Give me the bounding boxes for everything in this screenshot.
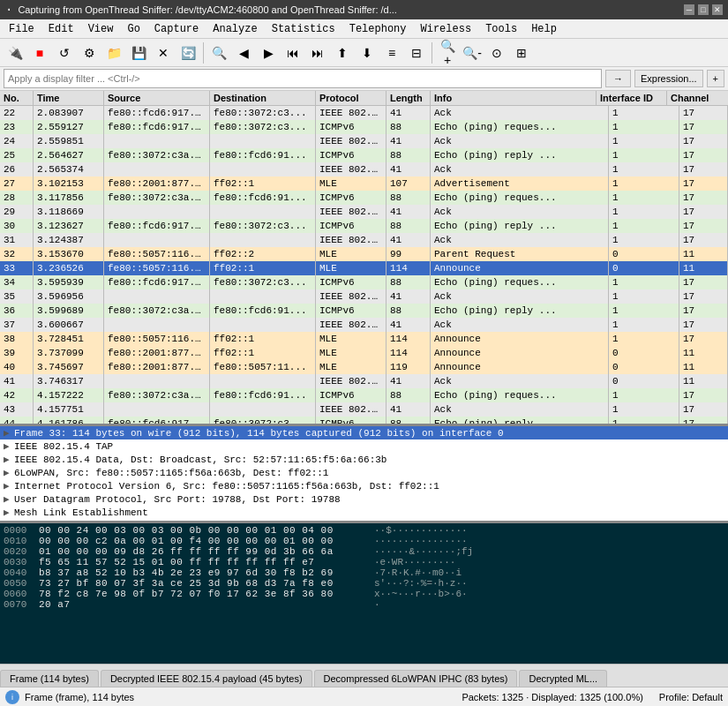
profile-info: Profile: Default — [659, 692, 723, 702]
table-row[interactable]: 353.596956IEEE 802.15.441Ack117 — [0, 289, 728, 304]
table-row[interactable]: 363.599689fe80::3072:c3a...fe80::fcd6:91… — [0, 304, 728, 318]
menu-item-view[interactable]: View — [81, 21, 121, 37]
bottom-tab-3[interactable]: Decrypted ML... — [519, 670, 607, 687]
table-row[interactable]: 373.600667IEEE 802.15.441Ack117 — [0, 318, 728, 332]
cell-no: 38 — [0, 332, 34, 346]
table-row[interactable]: 232.559127fe80::fcd6:917...fe80::3072:c3… — [0, 120, 728, 134]
cell-src: fe80::3072:c3a... — [104, 148, 210, 162]
toolbar-go-btn[interactable]: ⏭ — [306, 41, 329, 64]
cell-time: 3.153670 — [34, 247, 104, 261]
minimize-button[interactable]: ─ — [684, 4, 694, 15]
expression-button[interactable]: Expression... — [634, 70, 703, 87]
menu-item-help[interactable]: Help — [524, 21, 564, 37]
table-row[interactable]: 273.102153fe80::2001:877...ff02::1MLE107… — [0, 176, 728, 191]
menu-item-telephony[interactable]: Telephony — [342, 21, 414, 37]
cell-iface: 1 — [609, 134, 679, 148]
bottom-tab-2[interactable]: Decompressed 6LoWPAN IPHC (83 bytes) — [314, 670, 518, 687]
table-row[interactable]: 313.124387IEEE 802.15.441Ack117 — [0, 233, 728, 247]
table-row[interactable]: 434.157751IEEE 802.15.441Ack117 — [0, 402, 728, 417]
toolbar-resize-cols-btn[interactable]: ⊞ — [510, 41, 533, 64]
cell-src: fe80::3072:c3a... — [104, 388, 210, 402]
table-row[interactable]: 403.745697fe80::2001:877...fe80::5057:11… — [0, 360, 728, 374]
cell-proto: IEEE 802.15.4 — [316, 106, 387, 120]
filter-arrow-button[interactable]: → — [605, 70, 631, 87]
close-button[interactable]: ✕ — [712, 4, 723, 15]
toolbar-auto-scroll-btn[interactable]: ⊟ — [405, 41, 428, 64]
cell-dst — [210, 134, 316, 148]
table-row[interactable]: 383.728451fe80::5057:116...ff02::1MLE114… — [0, 332, 728, 346]
table-row[interactable]: 444.161786fe80::fcd6:917...fe80::3072:c3… — [0, 417, 728, 424]
table-row[interactable]: 242.559851IEEE 802.15.441Ack117 — [0, 134, 728, 148]
hex-offset: 0010 — [4, 536, 39, 546]
hex-row: 0050 73 27 bf 80 07 3f 3a ce 25 3d 9b 68… — [0, 578, 728, 589]
cell-info: Echo (ping) reply ... — [431, 304, 609, 318]
cell-no: 33 — [0, 261, 34, 275]
table-row[interactable]: 333.236526fe80::5057:116...ff02::1MLE114… — [0, 261, 728, 275]
table-row[interactable]: 293.118669IEEE 802.15.441Ack117 — [0, 205, 728, 219]
cell-proto: ICMPv6 — [316, 191, 387, 205]
detail-row[interactable]: ▶ Mesh Link Establishment — [0, 506, 728, 519]
cell-len: 41 — [387, 106, 431, 120]
toolbar-colorize-btn[interactable]: ≡ — [380, 41, 403, 64]
filter-input[interactable] — [4, 69, 602, 88]
detail-row-text: Frame 33: 114 bytes on wire (912 bits), … — [14, 428, 504, 439]
menu-item-analyze[interactable]: Analyze — [206, 21, 264, 37]
table-row[interactable]: 283.117856fe80::3072:c3a...fe80::fcd6:91… — [0, 191, 728, 205]
menu-item-wireless[interactable]: Wireless — [414, 21, 479, 37]
detail-row[interactable]: ▶ Internet Protocol Version 6, Src: fe80… — [0, 479, 728, 492]
table-row[interactable]: 303.123627fe80::fcd6:917...fe80::3072:c3… — [0, 219, 728, 233]
detail-row[interactable]: ▶ Frame 33: 114 bytes on wire (912 bits)… — [0, 426, 728, 439]
toolbar-next-btn[interactable]: ▶ — [257, 41, 280, 64]
table-row[interactable]: 323.153670fe80::5057:116...ff02::2MLE99P… — [0, 247, 728, 261]
cell-proto: IEEE 802.15.4 — [316, 402, 387, 417]
table-row[interactable]: 424.157222fe80::3072:c3a...fe80::fcd6:91… — [0, 388, 728, 402]
cell-chan: 11 — [679, 360, 728, 374]
toolbar-zoom-reset-btn[interactable]: ⊙ — [485, 41, 508, 64]
menu-item-capture[interactable]: Capture — [147, 21, 206, 37]
cell-no: 41 — [0, 374, 34, 388]
detail-row[interactable]: ▶ IEEE 802.15.4 TAP — [0, 439, 728, 453]
toolbar-first-btn[interactable]: ⏮ — [281, 41, 304, 64]
toolbar-stop-btn[interactable]: ■ — [28, 41, 51, 64]
toolbar-restart-btn[interactable]: ↺ — [53, 41, 76, 64]
bottom-tab-1[interactable]: Decrypted IEEE 802.15.4 payload (45 byte… — [101, 670, 312, 687]
toolbar-options-btn[interactable]: ⚙ — [78, 41, 101, 64]
detail-row[interactable]: ▶ User Datagram Protocol, Src Port: 1978… — [0, 492, 728, 506]
toolbar-reload-btn[interactable]: 🔄 — [176, 41, 199, 64]
detail-row[interactable]: ▶ 6LoWPAN, Src: fe80::5057:1165:f56a:663… — [0, 466, 728, 479]
menu-item-edit[interactable]: Edit — [41, 21, 81, 37]
packet-rows[interactable]: 222.083907fe80::fcd6:917...fe80::3072:c3… — [0, 106, 728, 424]
toolbar-next2-btn[interactable]: ⬇ — [356, 41, 379, 64]
cell-time: 2.565374 — [34, 162, 104, 176]
toolbar-interface-btn[interactable]: 🔌 — [4, 41, 26, 64]
maximize-button[interactable]: □ — [698, 4, 709, 15]
hex-rows[interactable]: 0000 00 00 24 00 03 00 03 00 0b 00 00 00… — [0, 523, 728, 664]
table-row[interactable]: 393.737099fe80::2001:877...ff02::1MLE114… — [0, 346, 728, 360]
toolbar-find-btn[interactable]: 🔍 — [207, 41, 230, 64]
table-row[interactable]: 222.083907fe80::fcd6:917...fe80::3072:c3… — [0, 106, 728, 120]
menu-item-file[interactable]: File — [2, 21, 41, 37]
toolbar-open-btn[interactable]: 📁 — [102, 41, 125, 64]
cell-time: 3.600667 — [34, 318, 104, 332]
table-row[interactable]: 413.746317IEEE 802.15.441Ack011 — [0, 374, 728, 388]
table-row[interactable]: 343.595939fe80::fcd6:917...fe80::3072:c3… — [0, 275, 728, 289]
cell-iface: 0 — [609, 346, 679, 360]
add-filter-button[interactable]: + — [707, 70, 724, 87]
toolbar-zoom-in-btn[interactable]: 🔍+ — [436, 41, 459, 64]
menu-item-statistics[interactable]: Statistics — [265, 21, 342, 37]
menu-item-tools[interactable]: Tools — [478, 21, 524, 37]
toolbar-prev2-btn[interactable]: ⬆ — [331, 41, 354, 64]
toolbar-save-btn[interactable]: 💾 — [127, 41, 150, 64]
table-row[interactable]: 262.565374IEEE 802.15.441Ack117 — [0, 162, 728, 176]
table-row[interactable]: 252.564627fe80::3072:c3a...fe80::fcd6:91… — [0, 148, 728, 162]
toolbar-zoom-out-btn[interactable]: 🔍- — [461, 41, 484, 64]
toolbar-prev-btn[interactable]: ◀ — [232, 41, 255, 64]
toolbar-close-btn[interactable]: ✕ — [152, 41, 175, 64]
detail-row[interactable]: ▶ IEEE 802.15.4 Data, Dst: Broadcast, Sr… — [0, 453, 728, 466]
menu-item-go[interactable]: Go — [120, 21, 146, 37]
hex-panel: 0000 00 00 24 00 03 00 03 00 0b 00 00 00… — [0, 523, 728, 664]
cell-chan: 11 — [679, 346, 728, 360]
cell-iface: 1 — [609, 388, 679, 402]
bottom-tab-0[interactable]: Frame (114 bytes) — [0, 670, 99, 687]
hex-offset: 0040 — [4, 567, 39, 578]
